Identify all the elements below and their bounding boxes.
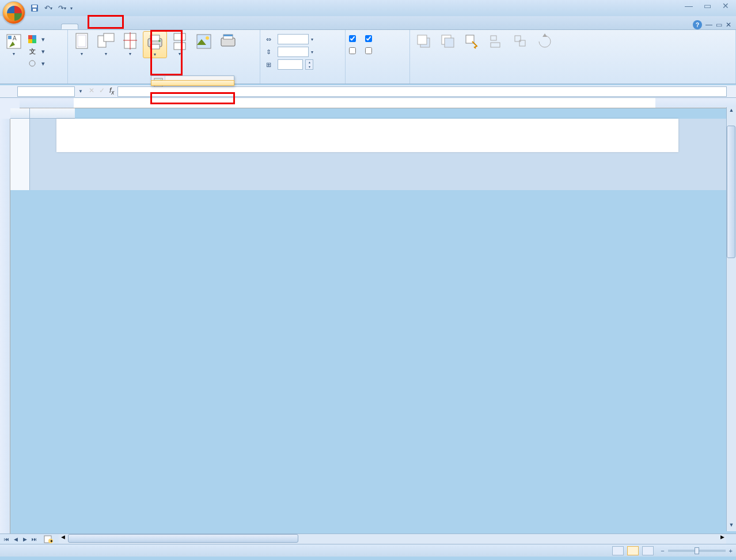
headings-view[interactable] xyxy=(364,33,375,44)
name-box[interactable] xyxy=(17,86,75,97)
scroll-left-icon[interactable]: ◀ xyxy=(59,534,67,540)
row-headers xyxy=(10,119,30,190)
height-icon: ⇕ xyxy=(264,47,273,56)
align-button xyxy=(485,31,508,53)
tab-formulas[interactable] xyxy=(78,25,94,29)
theme-colors[interactable]: ▾ xyxy=(26,33,46,45)
minimize-button[interactable]: — xyxy=(682,1,696,10)
send-back xyxy=(437,31,460,53)
help-icon[interactable]: ? xyxy=(693,20,702,29)
first-sheet-icon[interactable]: ⏮ xyxy=(2,536,10,542)
save-icon[interactable] xyxy=(29,2,40,14)
breaks-button[interactable]: ▼ xyxy=(168,31,191,57)
sheetopts-label xyxy=(348,80,407,82)
formula-bar: ▼ ✕ ✓ fx xyxy=(0,85,736,98)
svg-rect-4 xyxy=(8,36,12,39)
width-input[interactable] xyxy=(278,34,309,44)
tab-view[interactable] xyxy=(127,25,143,29)
cancel-icon: ✕ xyxy=(89,86,94,96)
tab-insert[interactable] xyxy=(45,25,61,29)
svg-rect-35 xyxy=(491,43,500,47)
header-area[interactable] xyxy=(56,119,678,152)
tab-start[interactable] xyxy=(29,25,45,29)
svg-rect-32 xyxy=(445,38,454,47)
orientation-button[interactable]: ▼ xyxy=(94,31,117,57)
background-button[interactable] xyxy=(192,31,215,53)
zoom-slider[interactable] xyxy=(668,550,726,552)
theme-fonts[interactable]: 文 ▾ xyxy=(26,46,46,57)
undo-icon[interactable]: ↶▾ xyxy=(43,2,54,14)
tab-data[interactable] xyxy=(94,25,111,29)
vertical-ruler[interactable] xyxy=(0,119,10,533)
height-control[interactable]: ⇕ ▾ xyxy=(263,46,314,58)
next-sheet-icon[interactable]: ▶ xyxy=(21,536,29,542)
horizontal-ruler[interactable] xyxy=(20,98,736,108)
new-sheet-icon[interactable]: ✦ xyxy=(40,535,56,543)
height-input[interactable] xyxy=(278,47,309,57)
formula-input[interactable] xyxy=(117,86,727,97)
svg-rect-6 xyxy=(28,35,32,39)
scroll-down-icon[interactable]: ▼ xyxy=(727,522,736,531)
normal-view-icon[interactable] xyxy=(612,546,624,555)
svg-rect-19 xyxy=(150,35,160,41)
headings-print[interactable] xyxy=(364,45,375,56)
ribbon: A ▼ ▾ 文 ▾ ▾ ▼ ▼ xyxy=(0,30,736,84)
printtitles-button[interactable] xyxy=(217,31,240,53)
vscroll-thumb[interactable] xyxy=(727,126,735,258)
select-all[interactable] xyxy=(10,108,30,119)
gridlines-view[interactable] xyxy=(348,33,359,44)
theme-effects[interactable]: ▾ xyxy=(26,58,46,69)
rotate-button xyxy=(533,31,556,53)
titlebar: ↶▾ ↷▾ ▾ — ▭ ✕ xyxy=(0,0,736,16)
scale-input[interactable] xyxy=(278,59,303,70)
svg-rect-8 xyxy=(28,39,32,43)
restore-button[interactable]: ▭ xyxy=(700,1,714,10)
mdi-restore-icon[interactable]: ▭ xyxy=(716,21,722,29)
bring-front xyxy=(412,31,435,53)
mdi-close-icon[interactable]: ✕ xyxy=(726,21,731,29)
svg-rect-28 xyxy=(223,35,233,36)
vertical-scrollbar[interactable]: ▲ ▼ xyxy=(726,107,736,531)
gridlines-print[interactable] xyxy=(348,45,359,56)
group-button xyxy=(509,31,532,53)
horizontal-scrollbar[interactable]: ◀ ▶ xyxy=(59,534,726,544)
margins-button[interactable]: ▼ xyxy=(70,31,93,57)
tab-pagelayout[interactable] xyxy=(61,24,78,29)
themes-group-label xyxy=(2,80,65,82)
selection-pane[interactable] xyxy=(461,31,484,53)
prev-sheet-icon[interactable]: ◀ xyxy=(12,536,20,542)
svg-rect-7 xyxy=(32,35,36,39)
width-control[interactable]: ⇔ ▾ xyxy=(263,33,314,45)
pagelayout-view-icon[interactable] xyxy=(627,546,639,555)
mdi-minimize-icon[interactable]: — xyxy=(705,21,712,29)
qat-dropdown-icon[interactable]: ▾ xyxy=(70,6,73,11)
ribbon-tabs: ? — ▭ ✕ xyxy=(0,16,736,30)
namebox-dropdown-icon[interactable]: ▼ xyxy=(76,89,85,94)
zoom-in-icon[interactable]: + xyxy=(729,547,733,554)
svg-rect-20 xyxy=(150,44,160,49)
scroll-up-icon[interactable]: ▲ xyxy=(727,107,736,116)
printarea-button[interactable]: ▼ xyxy=(143,31,167,58)
cancel-printarea-item[interactable] xyxy=(151,80,234,86)
svg-point-25 xyxy=(206,36,209,40)
quick-access-toolbar: ↶▾ ↷▾ ▾ xyxy=(29,2,73,14)
office-button[interactable] xyxy=(2,1,25,24)
scroll-right-icon[interactable]: ▶ xyxy=(718,534,726,540)
status-bar: − + xyxy=(0,544,736,557)
svg-rect-2 xyxy=(33,9,36,11)
svg-rect-34 xyxy=(491,36,496,40)
redo-icon[interactable]: ↷▾ xyxy=(56,2,68,14)
hscroll-thumb[interactable] xyxy=(68,534,298,543)
fonts-icon: 文 xyxy=(28,47,37,56)
fx-icon[interactable]: fx xyxy=(109,86,114,96)
size-button[interactable]: ▼ xyxy=(119,31,142,57)
last-sheet-icon[interactable]: ⏭ xyxy=(30,536,38,542)
zoom-out-icon[interactable]: − xyxy=(661,547,664,554)
tab-review[interactable] xyxy=(111,25,127,29)
pagebreak-view-icon[interactable] xyxy=(642,546,654,555)
enter-icon: ✓ xyxy=(99,86,105,96)
themes-button[interactable]: A ▼ xyxy=(2,31,25,57)
close-button[interactable]: ✕ xyxy=(719,1,733,10)
scale-control[interactable]: ⊞ ▴▾ xyxy=(263,59,314,70)
svg-rect-22 xyxy=(174,33,185,40)
